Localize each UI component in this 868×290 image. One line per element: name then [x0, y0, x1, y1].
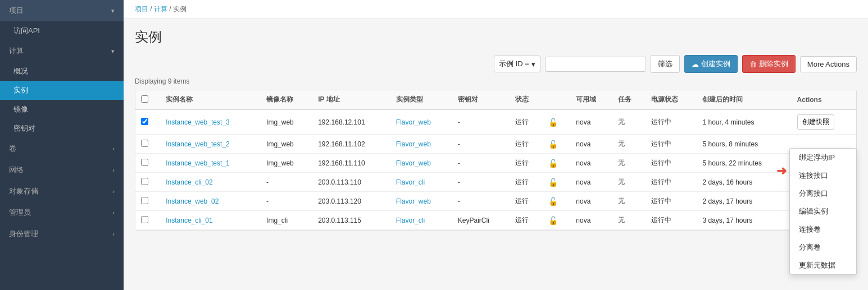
delete-instance-button[interactable]: 🗑 删除实例: [742, 55, 796, 73]
instance-name-link[interactable]: Instance_web_02: [166, 197, 219, 205]
action-dropdown-menu: 绑定浮动IP 连接接口 分离接口 编辑实例 连接卷 分离卷 更新元数据: [789, 148, 857, 275]
col-ip: IP 地址: [312, 90, 390, 109]
flavor-link[interactable]: Flavor_web: [396, 140, 431, 148]
dropdown-item-update-metadata[interactable]: 更新元数据: [790, 256, 856, 274]
breadcrumb-compute[interactable]: 计算: [154, 5, 167, 13]
lock-cell: 🔓: [543, 109, 571, 135]
dropdown-item-detach-volume[interactable]: 分离卷: [790, 238, 856, 256]
dropdown-item-connect-volume[interactable]: 连接卷: [790, 220, 856, 238]
trash-icon: 🗑: [749, 60, 757, 68]
sidebar-item-network[interactable]: 网络 ›: [0, 159, 124, 181]
lock-cell: 🔓: [543, 192, 571, 211]
chevron-right-icon: ›: [112, 188, 115, 195]
flavor-link[interactable]: Flavor_web: [396, 159, 431, 167]
col-task: 任务: [612, 90, 646, 109]
sidebar-item-instances[interactable]: 实例: [0, 81, 124, 100]
col-az: 可用域: [570, 90, 612, 109]
col-status: 状态: [510, 90, 543, 109]
chevron-right-icon: ›: [112, 231, 115, 237]
instances-table: 实例名称 镜像名称 IP 地址 实例类型 密钥对 状态 可用域 任务 电源状态 …: [135, 90, 856, 230]
items-count: Displaying 9 items: [135, 77, 857, 85]
dropdown-item-connect-interface[interactable]: 连接接口: [790, 167, 856, 185]
row-checkbox[interactable]: [141, 159, 148, 166]
lock-cell: 🔓: [543, 135, 571, 154]
filter-input[interactable]: [545, 57, 646, 72]
image-cell: Img_web: [261, 135, 312, 154]
flavor-link[interactable]: Flavor_cli: [396, 178, 425, 186]
table-row: Instance_cli_01 Img_cli 203.0.113.115 Fl…: [135, 211, 856, 230]
created-cell: 2 days, 17 hours: [697, 192, 791, 211]
sidebar-item-project[interactable]: 项目 ▾: [0, 0, 124, 21]
ip-cell: 203.0.113.110: [312, 173, 390, 192]
breadcrumb: 项目 / 计算 / 实例: [124, 0, 868, 19]
col-actions: Actions: [792, 90, 856, 109]
sidebar-item-overview[interactable]: 概况: [0, 62, 124, 81]
keypair-cell: -: [452, 109, 510, 135]
row-checkbox[interactable]: [141, 197, 148, 204]
power-cell: 运行中: [646, 211, 697, 230]
create-snapshot-button[interactable]: 创建快照: [797, 114, 834, 130]
flavor-link[interactable]: Flavor_web: [396, 118, 431, 126]
status-cell: 运行: [510, 135, 543, 154]
select-all-checkbox[interactable]: [141, 95, 148, 103]
row-checkbox[interactable]: [141, 140, 148, 147]
image-cell: Img_web: [261, 109, 312, 135]
az-cell: nova: [570, 192, 612, 211]
status-cell: 运行: [510, 109, 543, 135]
keypair-cell: KeyPairCli: [452, 211, 510, 230]
chevron-down-icon: ▾: [531, 60, 535, 68]
instance-name-link[interactable]: Instance_web_test_3: [166, 118, 229, 126]
dropdown-item-detach-interface[interactable]: 分离接口: [790, 185, 856, 202]
dropdown-item-edit-instance[interactable]: 编辑实例: [790, 202, 856, 220]
task-cell: 无: [612, 211, 646, 230]
image-cell: -: [261, 173, 312, 192]
breadcrumb-project[interactable]: 项目: [135, 5, 148, 13]
filter-dropdown[interactable]: 示例 ID = ▾: [494, 56, 540, 72]
chevron-down-icon: ▾: [111, 48, 115, 55]
sidebar-item-object-storage[interactable]: 对象存储 ›: [0, 181, 124, 202]
more-actions-button[interactable]: More Actions: [800, 56, 857, 72]
flavor-link[interactable]: Flavor_cli: [396, 217, 425, 224]
created-cell: 2 days, 16 hours: [697, 173, 791, 192]
created-cell: 5 hours, 8 minutes: [697, 135, 791, 154]
col-flavor: 实例类型: [390, 90, 452, 109]
filter-label: 示例 ID =: [499, 59, 529, 69]
instance-name-link[interactable]: Instance_cli_01: [166, 217, 212, 224]
flavor-link[interactable]: Flavor_web: [396, 197, 431, 205]
keypair-cell: -: [452, 192, 510, 211]
chevron-right-icon: ›: [112, 167, 115, 173]
task-cell: 无: [612, 109, 646, 135]
instance-name-link[interactable]: Instance_cli_02: [166, 178, 212, 186]
table-row: Instance_web_test_2 Img_web 192.168.11.1…: [135, 135, 856, 154]
image-cell: Img_web: [261, 154, 312, 173]
instance-name-link[interactable]: Instance_web_test_2: [166, 140, 229, 148]
status-cell: 运行: [510, 154, 543, 173]
row-checkbox[interactable]: [141, 178, 148, 185]
sidebar-item-access-api[interactable]: 访问API: [0, 21, 124, 40]
sidebar-item-keypairs[interactable]: 密钥对: [0, 119, 124, 138]
sidebar-item-compute[interactable]: 计算 ▾: [0, 40, 124, 62]
sidebar-item-volumes[interactable]: 卷 ›: [0, 138, 124, 159]
ip-cell: 192.168.11.110: [312, 154, 390, 173]
row-checkbox[interactable]: [141, 118, 148, 125]
create-instance-button[interactable]: ☁ 创建实例: [684, 55, 738, 73]
filter-button[interactable]: 筛选: [651, 55, 680, 73]
col-name: 实例名称: [160, 90, 261, 109]
sidebar-item-admin[interactable]: 管理员 ›: [0, 202, 124, 223]
created-cell: 1 hour, 4 minutes: [697, 109, 791, 135]
instance-name-link[interactable]: Instance_web_test_1: [166, 159, 229, 167]
power-cell: 运行中: [646, 109, 697, 135]
image-cell: Img_cli: [261, 211, 312, 230]
ip-cell: 192.168.12.101: [312, 109, 390, 135]
az-cell: nova: [570, 135, 612, 154]
row-checkbox[interactable]: [141, 216, 148, 223]
sidebar-item-images[interactable]: 镜像: [0, 100, 124, 119]
created-cell: 3 days, 17 hours: [697, 211, 791, 230]
task-cell: 无: [612, 192, 646, 211]
sidebar-item-identity[interactable]: 身份管理 ›: [0, 223, 124, 245]
ip-cell: 192.168.11.102: [312, 135, 390, 154]
table-row: Instance_web_02 - 203.0.113.120 Flavor_w…: [135, 192, 856, 211]
power-cell: 运行中: [646, 192, 697, 211]
dropdown-item-bind-float-ip[interactable]: 绑定浮动IP: [790, 149, 856, 167]
col-power: 电源状态: [646, 90, 697, 109]
